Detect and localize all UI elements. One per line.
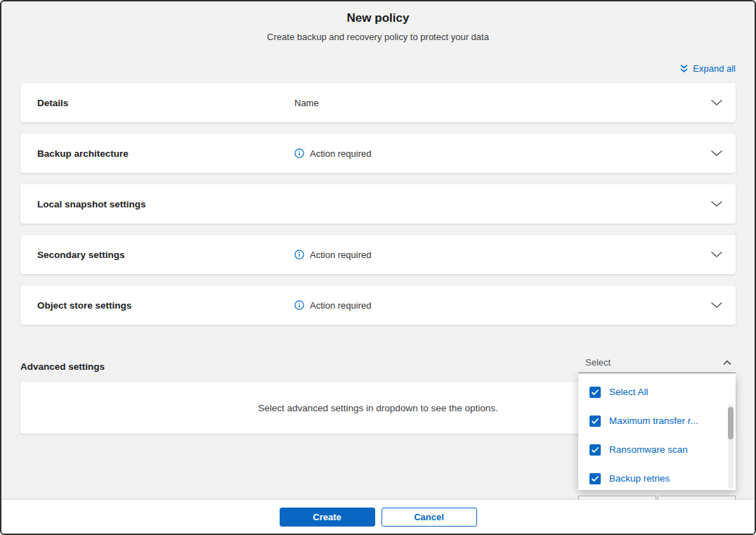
dropdown-option-label: Select All xyxy=(609,387,649,397)
section-backup-architecture[interactable]: Backup architecture Action required xyxy=(20,134,736,173)
section-secondary-settings[interactable]: Secondary settings Action required xyxy=(20,235,736,274)
dropdown-option-label: Ransomware scan xyxy=(609,444,688,455)
section-object-store-status: Action required xyxy=(310,300,371,311)
chevron-down-icon[interactable] xyxy=(710,150,723,157)
checkbox-checked-icon[interactable] xyxy=(589,444,601,456)
info-icon xyxy=(294,250,304,259)
dropdown-scrollbar-thumb[interactable] xyxy=(728,407,734,439)
dropdown-option-backup-retries[interactable]: Backup retries xyxy=(578,464,736,493)
checkbox-checked-icon[interactable] xyxy=(589,387,601,398)
section-object-store-title: Object store settings xyxy=(37,300,294,311)
chevron-down-icon[interactable] xyxy=(710,200,723,207)
advanced-settings-dropdown: Select All Maximum transfer r... Ransomw… xyxy=(578,373,736,490)
section-details-title: Details xyxy=(37,98,294,108)
section-backup-architecture-status: Action required xyxy=(310,148,371,159)
section-details[interactable]: Details Name xyxy=(20,83,736,122)
dropdown-option-ransomware-scan[interactable]: Ransomware scan xyxy=(578,435,736,464)
dropdown-option-label: Backup retries xyxy=(609,473,670,484)
dropdown-option-select-all[interactable]: Select All xyxy=(578,378,736,406)
section-local-snapshot-title: Local snapshot settings xyxy=(37,199,294,210)
section-backup-architecture-title: Backup architecture xyxy=(37,148,294,159)
page-title: New policy xyxy=(1,11,755,25)
dropdown-option-maximum-transfer-rate[interactable]: Maximum transfer r... xyxy=(578,406,736,435)
select-value: Select xyxy=(585,357,611,368)
create-button[interactable]: Create xyxy=(280,508,375,527)
dialog-footer: Create Cancel xyxy=(1,500,755,534)
advanced-settings-select[interactable]: Select xyxy=(578,357,736,373)
advanced-settings-placeholder: Select advanced settings in dropdown to … xyxy=(258,403,497,413)
section-secondary-settings-title: Secondary settings xyxy=(37,250,294,260)
checkbox-checked-icon[interactable] xyxy=(589,415,601,427)
chevron-down-icon[interactable] xyxy=(710,99,723,106)
info-icon xyxy=(294,148,304,158)
dropdown-option-label: Maximum transfer r... xyxy=(609,415,698,426)
dropdown-scrollbar[interactable] xyxy=(728,404,734,489)
section-details-status: Name xyxy=(294,98,319,108)
section-object-store-settings[interactable]: Object store settings Action required xyxy=(20,285,736,325)
chevron-up-icon xyxy=(723,360,731,366)
expand-all-label: Expand all xyxy=(693,63,736,74)
new-policy-dialog: New policy Create backup and recovery po… xyxy=(0,0,756,535)
cancel-button[interactable]: Cancel xyxy=(382,508,477,527)
section-local-snapshot-settings[interactable]: Local snapshot settings xyxy=(20,184,736,224)
info-icon xyxy=(294,300,304,310)
chevron-down-icon[interactable] xyxy=(710,251,723,258)
advanced-settings-row: Advanced settings Select xyxy=(20,357,736,373)
section-secondary-settings-status: Action required xyxy=(310,250,371,260)
double-chevron-down-icon xyxy=(679,64,689,73)
expand-all-button[interactable]: Expand all xyxy=(679,63,736,74)
checkbox-checked-icon[interactable] xyxy=(589,473,601,484)
expand-all-row: Expand all xyxy=(20,63,736,74)
advanced-settings-title: Advanced settings xyxy=(20,361,105,373)
page-subtitle: Create backup and recovery policy to pro… xyxy=(1,32,755,42)
chevron-down-icon[interactable] xyxy=(710,302,723,309)
